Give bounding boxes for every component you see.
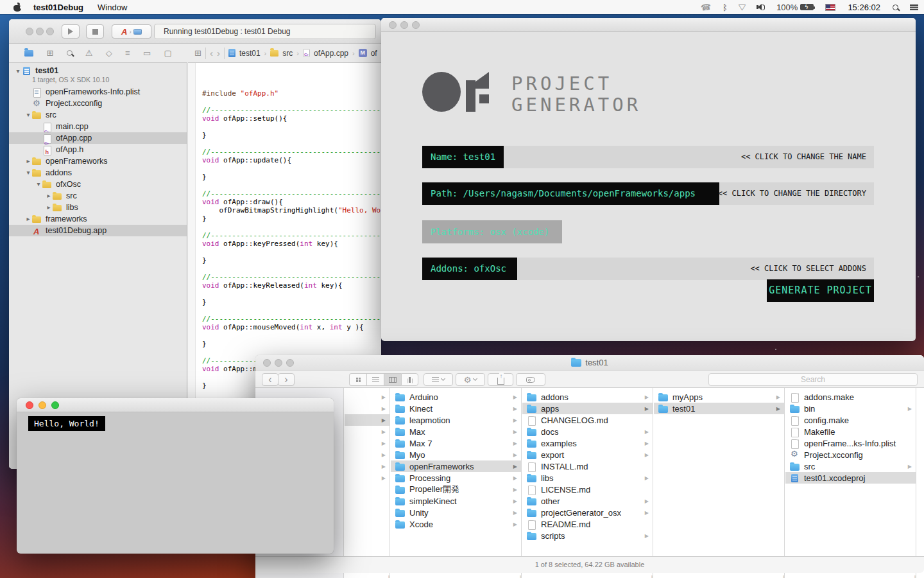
project-navigator-icon[interactable] (24, 50, 33, 57)
zoom-button[interactable] (51, 401, 59, 409)
navigator-item[interactable]: ofxOsc (9, 179, 187, 190)
list-item[interactable]: export▶ (522, 449, 653, 460)
close-button[interactable] (26, 401, 33, 409)
phone-icon[interactable]: ☎ (695, 0, 717, 14)
platforms-field[interactable]: Platforms: osx (xcode) (422, 220, 562, 243)
list-view-button[interactable] (366, 373, 384, 386)
navigator-item[interactable]: src (9, 190, 187, 202)
action-menu-button[interactable]: ⚙ (456, 373, 485, 386)
list-item[interactable]: LICENSE.md▶ (522, 484, 653, 495)
zoom-button[interactable] (46, 28, 54, 35)
stop-button[interactable] (86, 24, 104, 39)
battery-indicator[interactable]: 100% ϟ (771, 0, 819, 14)
list-item[interactable]: openFrame...ks-Info.plist▶ (785, 437, 916, 449)
list-item[interactable]: Xcode▶ (391, 518, 521, 530)
list-item[interactable]: test01.xcodeproj▶ (785, 472, 916, 484)
navigator-item[interactable]: frameworks (9, 213, 187, 225)
breadcrumb-folder[interactable]: src (282, 49, 293, 58)
list-item[interactable]: Processing▶ (391, 472, 521, 484)
list-item[interactable]: examples▶ (522, 437, 653, 449)
list-item[interactable]: src▶ (785, 460, 916, 472)
forward-button[interactable]: › (278, 373, 295, 386)
scheme-selector[interactable]: A › (112, 24, 151, 39)
name-hint[interactable]: << CLICK TO CHANGE THE NAME (741, 146, 866, 168)
back-button[interactable]: ‹ (262, 373, 278, 386)
search-navigator-icon[interactable] (67, 50, 73, 56)
list-item[interactable]: ▶ (345, 437, 389, 449)
tests-navigator-icon[interactable]: ◇ (106, 48, 112, 58)
path-field[interactable]: Path: /Users/nagasm/Documents/openFramew… (422, 182, 719, 205)
navigator-item[interactable]: libs (9, 202, 187, 213)
list-item[interactable]: scripts▶ (522, 530, 653, 541)
breakpoints-navigator-icon[interactable]: ▭ (143, 48, 151, 58)
list-item[interactable]: Max▶ (391, 426, 521, 437)
list-item[interactable]: ▶ (345, 391, 389, 403)
disclosure-icon[interactable] (45, 190, 53, 202)
related-items-icon[interactable]: ⊞ (194, 48, 201, 58)
list-item[interactable]: ▶ (345, 449, 389, 460)
disclosure-icon[interactable] (35, 179, 42, 190)
list-item[interactable]: other▶ (522, 495, 653, 507)
navigator-item[interactable]: Project.xcconfig (9, 98, 187, 109)
list-item[interactable]: ▶ (345, 414, 389, 426)
breadcrumb-symbol[interactable]: of (371, 49, 377, 58)
list-item[interactable]: ▶ (345, 472, 389, 484)
icon-view-button[interactable] (349, 373, 366, 386)
addons-hint[interactable]: << CLICK TO SELECT ADDONS (750, 258, 866, 280)
list-item[interactable]: README.md▶ (522, 518, 653, 530)
list-item[interactable]: myApps▶ (654, 391, 784, 403)
wifi-icon[interactable]: ▽ (733, 0, 751, 14)
list-item[interactable]: Makefile▶ (785, 426, 916, 437)
list-item[interactable]: leapmotion▶ (391, 414, 521, 426)
coverflow-view-button[interactable] (401, 373, 418, 386)
volume-icon[interactable] (751, 0, 771, 14)
minimize-button[interactable] (36, 28, 44, 35)
app-menu[interactable]: test01Debug (33, 3, 83, 12)
list-item[interactable]: libs▶ (522, 472, 653, 484)
navigator-item[interactable]: src (9, 109, 187, 121)
debug-navigator-icon[interactable]: ≡ (125, 48, 130, 58)
path-hint[interactable]: << CLICK TO CHANGE THE DIRECTORY (718, 182, 866, 205)
share-button[interactable] (488, 373, 513, 386)
spotlight-icon[interactable] (887, 0, 904, 14)
navigator-item[interactable]: test01Debug.app (9, 225, 187, 236)
bluetooth-icon[interactable]: ᛒ (717, 0, 733, 14)
list-item[interactable]: bin▶ (785, 403, 916, 414)
navigator-item[interactable]: openFrameworks (9, 155, 187, 167)
menu-window[interactable]: Window (98, 3, 127, 12)
list-item[interactable]: addons.make▶ (785, 391, 916, 403)
navigator-item[interactable]: test01 1 target, OS X SDK 10.10 (9, 66, 187, 86)
list-item[interactable]: Unity▶ (391, 507, 521, 518)
issues-navigator-icon[interactable]: ⚠ (85, 48, 93, 58)
list-item[interactable]: openFrameworks▶ (391, 460, 521, 472)
list-item[interactable]: apps▶ (522, 403, 653, 414)
symbol-navigator-icon[interactable]: ⊞ (46, 48, 53, 58)
minimize-button[interactable] (400, 21, 408, 29)
close-button[interactable] (26, 28, 33, 35)
list-item[interactable]: ▶ (345, 403, 389, 414)
list-item[interactable]: addons▶ (522, 391, 653, 403)
search-input[interactable] (708, 373, 918, 386)
column-view-button[interactable] (384, 373, 401, 386)
navigator-item[interactable]: addons (9, 167, 187, 179)
navigator-item[interactable]: ofApp.h (9, 144, 187, 155)
tags-button[interactable] (516, 373, 545, 386)
addons-field[interactable]: Addons: ofxOsc (422, 258, 517, 280)
list-item[interactable]: test01▶ (654, 403, 784, 414)
menu-clock[interactable]: 15:26:02 (841, 3, 887, 12)
list-item[interactable]: config.make▶ (785, 414, 916, 426)
disclosure-icon[interactable] (45, 202, 53, 213)
back-icon[interactable]: ‹ (210, 48, 213, 58)
list-item[interactable]: Kinect▶ (391, 403, 521, 414)
close-button[interactable] (389, 21, 397, 29)
run-button[interactable] (62, 24, 80, 39)
list-item[interactable]: Project.xcconfig▶ (785, 449, 916, 460)
navigator-item[interactable]: main.cpp (9, 121, 187, 132)
list-item[interactable]: Myo▶ (391, 449, 521, 460)
minimize-button[interactable] (38, 401, 46, 409)
list-item[interactable]: Max 7▶ (391, 437, 521, 449)
navigator-item[interactable]: ofApp.cpp (9, 132, 187, 144)
notification-center-icon[interactable] (904, 0, 924, 14)
list-item[interactable]: Propeller開発▶ (391, 484, 521, 495)
list-item[interactable]: ▶ (345, 460, 389, 472)
